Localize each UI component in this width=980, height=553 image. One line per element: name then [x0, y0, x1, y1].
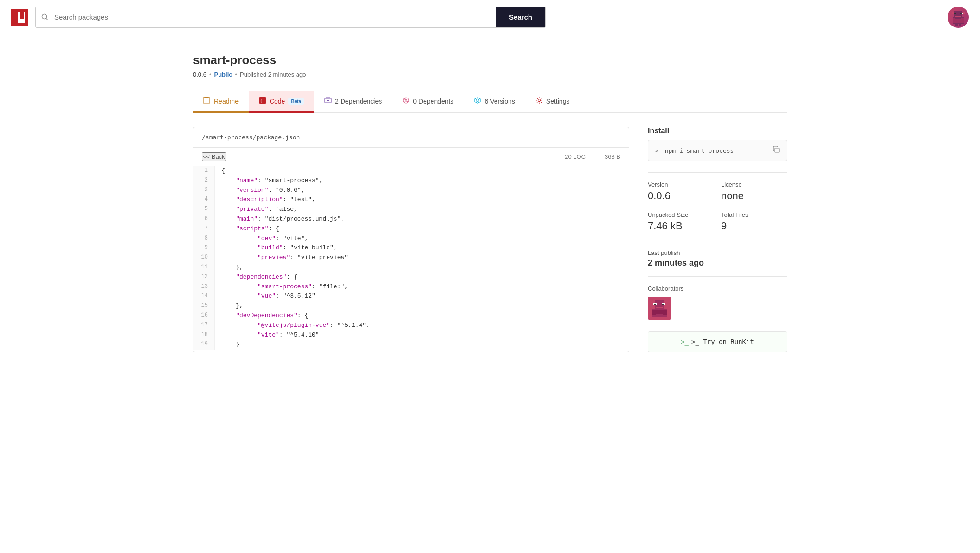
table-row: 4 "description": "test",: [193, 195, 629, 205]
tab-code[interactable]: { } Code Beta: [249, 91, 314, 113]
svg-rect-13: [960, 13, 962, 14]
back-button[interactable]: << Back: [202, 152, 226, 161]
line-code: "description": "test",: [215, 195, 322, 205]
search-button[interactable]: Search: [496, 7, 545, 28]
last-publish-value: 2 minutes ago: [648, 258, 787, 268]
unpacked-size-meta: Unpacked Size 7.46 kB: [648, 211, 714, 232]
tab-dependencies-label: 2 Dependencies: [335, 98, 382, 105]
svg-rect-46: [656, 307, 663, 308]
runkit-button[interactable]: >_ >_ Try on RunKit: [648, 331, 787, 352]
size-stat: 363 B: [595, 153, 620, 160]
versions-icon: [474, 97, 481, 106]
tab-settings-label: Settings: [546, 98, 570, 105]
line-code: "name": "smart-process",: [215, 176, 329, 186]
svg-point-33: [404, 98, 406, 100]
unpacked-size-value: 7.46 kB: [648, 220, 714, 232]
svg-rect-8: [952, 12, 954, 14]
svg-rect-14: [955, 16, 961, 17]
beta-badge: Beta: [288, 98, 304, 105]
avatar[interactable]: [948, 7, 969, 28]
settings-icon: [535, 97, 543, 106]
cmd-text: npm i smart-process: [665, 147, 734, 154]
unpacked-size-label: Unpacked Size: [648, 211, 714, 218]
line-number: 14: [193, 292, 215, 301]
table-row: 12 "dependencies": {: [193, 273, 629, 282]
line-number: 8: [193, 234, 215, 244]
collaborator-avatar[interactable]: [648, 297, 671, 320]
svg-rect-21: [204, 98, 210, 98]
runkit-prompt: >_: [681, 338, 689, 345]
line-code: "dev": "vite",: [215, 234, 315, 244]
line-code: },: [215, 301, 250, 311]
line-number: 5: [193, 205, 215, 215]
tab-settings[interactable]: Settings: [525, 91, 580, 113]
package-title: smart-process: [193, 53, 787, 67]
line-number: 19: [193, 340, 215, 350]
line-number: 2: [193, 176, 215, 186]
runkit-label: >_ Try on RunKit: [691, 338, 754, 345]
line-code: "scripts": {: [215, 224, 286, 234]
line-code: "main": "dist/process.umd.js",: [215, 215, 351, 224]
line-number: 7: [193, 224, 215, 234]
table-row: 8 "dev": "vite",: [193, 234, 629, 244]
svg-rect-49: [663, 310, 667, 315]
total-files-label: Total Files: [721, 211, 787, 218]
line-code: },: [215, 263, 250, 273]
tab-dependents[interactable]: 0 Dependents: [392, 91, 464, 113]
line-number: 18: [193, 331, 215, 340]
line-number: 12: [193, 273, 215, 282]
tab-versions-label: 6 Versions: [484, 98, 515, 105]
svg-rect-23: [204, 100, 208, 100]
header: Search: [0, 0, 980, 34]
cmd-prompt: >: [655, 147, 658, 154]
tabs-nav: Readme { } Code Beta 2 Dependencies 0 De…: [193, 91, 787, 113]
table-row: 17 "@vitejs/plugin-vue": "^5.1.4",: [193, 321, 629, 331]
tab-dependents-label: 0 Dependents: [413, 98, 453, 105]
install-section: Install > npm i smart-process: [648, 127, 787, 161]
line-code: "smart-process": "file:",: [215, 282, 355, 292]
svg-rect-2: [14, 12, 18, 23]
dependents-icon: [402, 97, 410, 106]
svg-rect-45: [662, 304, 664, 305]
main-content: smart-process 0.0.6 • Public • Published…: [165, 34, 815, 371]
tab-readme[interactable]: Readme: [193, 91, 249, 113]
npm-logo: [11, 9, 28, 26]
tab-readme-label: Readme: [214, 98, 239, 105]
line-number: 1: [193, 166, 215, 176]
svg-point-34: [407, 101, 408, 103]
version-meta: Version 0.0.6: [648, 181, 714, 202]
table-row: 1{: [193, 166, 629, 176]
svg-rect-38: [775, 148, 779, 152]
line-number: 4: [193, 195, 215, 205]
table-row: 3 "version": "0.0.6",: [193, 186, 629, 195]
table-row: 19 }: [193, 340, 629, 350]
install-command: > npm i smart-process: [648, 140, 787, 161]
tab-code-label: Code: [270, 98, 285, 105]
table-row: 13 "smart-process": "file:",: [193, 282, 629, 292]
copy-button[interactable]: [773, 146, 780, 155]
code-toolbar: << Back 20 LOC 363 B: [193, 148, 629, 166]
code-content: 1{2 "name": "smart-process",3 "version":…: [193, 166, 629, 350]
table-row: 16 "devDependencies": {: [193, 311, 629, 321]
loc-stat: 20 LOC: [565, 153, 586, 160]
last-publish-label: Last publish: [648, 249, 787, 256]
svg-rect-16: [953, 18, 955, 23]
svg-rect-48: [652, 310, 656, 315]
svg-rect-20: [204, 97, 209, 98]
table-row: 6 "main": "dist/process.umd.js",: [193, 215, 629, 224]
svg-point-37: [538, 99, 540, 102]
line-number: 3: [193, 186, 215, 195]
line-number: 13: [193, 282, 215, 292]
line-code: "build": "vite build",: [215, 243, 344, 253]
table-row: 11 },: [193, 263, 629, 273]
license-value: none: [721, 190, 787, 202]
search-input[interactable]: [54, 13, 496, 21]
file-path: /smart-process/package.json: [193, 127, 629, 148]
package-published: Published 2 minutes ago: [240, 71, 306, 78]
tab-dependencies[interactable]: 2 Dependencies: [314, 91, 392, 113]
line-code: "preview": "vite preview": [215, 253, 355, 263]
version-value: 0.0.6: [648, 190, 714, 202]
line-number: 10: [193, 253, 215, 263]
table-row: 15 },: [193, 301, 629, 311]
tab-versions[interactable]: 6 Versions: [464, 91, 525, 113]
